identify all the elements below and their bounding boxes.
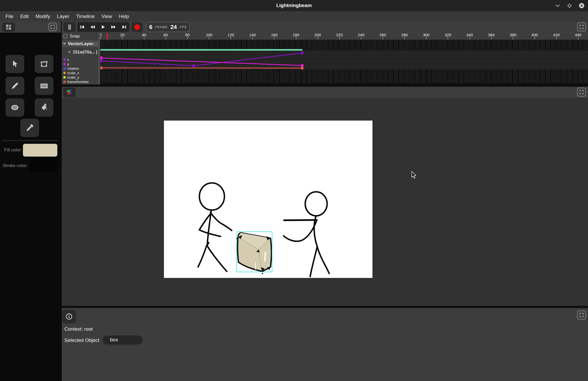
ruler-number: 220: [332, 33, 347, 37]
property-row-rotation[interactable]: rotation: [62, 66, 98, 71]
ruler-mark: [274, 37, 274, 39]
timeline-splitter[interactable]: [98, 33, 100, 85]
timeline-expand-button[interactable]: [577, 22, 586, 31]
close-circle-icon: [579, 3, 584, 8]
menu-item-file[interactable]: File: [2, 11, 17, 21]
info-button[interactable]: [62, 310, 76, 323]
selected-object-input[interactable]: box: [103, 336, 142, 344]
fast-forward-icon: [111, 24, 116, 30]
menu-item-edit[interactable]: Edit: [17, 11, 32, 21]
property-color-dot: [63, 67, 66, 70]
ruler-mark: [209, 37, 209, 39]
fast-forward-button[interactable]: [108, 22, 119, 32]
ruler-tick-200: 200: [310, 33, 326, 39]
menu-item-layer[interactable]: Layer: [53, 11, 73, 21]
ruler-number: 140: [245, 33, 260, 37]
inspector-expand-button[interactable]: [577, 311, 586, 319]
fill-color-swatch[interactable]: [23, 144, 57, 157]
canvas-expand-button[interactable]: [577, 88, 586, 97]
ruler-tick-420: 420: [549, 33, 564, 39]
menu-item-help[interactable]: Help: [115, 11, 132, 21]
property-color-dot: [63, 81, 66, 83]
keyframe-y-0[interactable]: [100, 57, 102, 59]
film-icon: [66, 24, 73, 30]
skip-end-button[interactable]: [119, 22, 129, 32]
transform-tool-button[interactable]: [35, 55, 53, 73]
keyframe-x-86[interactable]: [192, 64, 195, 68]
rewind-button[interactable]: [88, 22, 98, 32]
record-button[interactable]: [132, 22, 142, 32]
ruler-number: 440: [570, 33, 586, 37]
stroke-color-label: Stroke color:: [3, 163, 27, 168]
playhead[interactable]: [105, 33, 109, 41]
maximize-button[interactable]: [567, 3, 572, 9]
keyframe-frameNumber-186[interactable]: [301, 67, 304, 70]
fps-unit-label: FPS: [180, 25, 187, 29]
curve-y[interactable]: [100, 58, 302, 66]
menu-item-view[interactable]: View: [98, 11, 115, 21]
property-row-y[interactable]: y: [62, 62, 98, 66]
keyframe-x-186[interactable]: [301, 51, 304, 55]
rectangle-icon: [40, 81, 48, 90]
curve-frameNumber[interactable]: [100, 68, 302, 68]
play-button[interactable]: [98, 22, 108, 32]
panel-grid-button[interactable]: [2, 22, 15, 32]
chevron-down-icon: [555, 4, 560, 7]
paint-bucket-tool-button[interactable]: [35, 98, 53, 117]
ruler-mark: [231, 37, 231, 39]
timeline-ruler[interactable]: 0204060801001201401601802002202402602803…: [100, 33, 588, 40]
clip-name: 151ad70a...: [73, 50, 95, 55]
chevron-down-icon[interactable]: [68, 51, 71, 53]
snap-checkbox[interactable]: [63, 34, 68, 38]
skip-start-button[interactable]: [77, 22, 88, 32]
property-row-scale_y[interactable]: scale_y: [62, 75, 98, 80]
fps-value: 24: [170, 24, 177, 31]
property-row-x[interactable]: x: [62, 57, 98, 62]
rectangle-tool-button[interactable]: [35, 77, 53, 95]
ellipse-tool-button[interactable]: [5, 98, 24, 117]
clip-row[interactable]: 151ad70a... ~: [62, 48, 98, 56]
ruler-mark: [383, 37, 383, 39]
film-strip-button[interactable]: [63, 22, 76, 32]
property-name: scale_x: [67, 71, 79, 75]
ruler-tick-120: 120: [223, 33, 239, 39]
menu-item-modify[interactable]: Modify: [32, 11, 53, 21]
grid-icon: [5, 24, 12, 31]
eyedropper-icon: [25, 123, 34, 132]
expand-icon: [579, 312, 584, 318]
property-row-scale_x[interactable]: scale_x: [62, 71, 98, 75]
pencil-tool-button[interactable]: [5, 77, 24, 95]
stick-figure-left: [198, 183, 232, 271]
selected-object-value: box: [110, 337, 118, 343]
keyframe-x-0[interactable]: [100, 59, 102, 62]
drawing-canvas[interactable]: [164, 121, 372, 278]
mouse-cursor: [411, 171, 418, 179]
menu-item-timeline[interactable]: Timeline: [73, 11, 98, 21]
play-icon: [100, 24, 106, 30]
animation-curves[interactable]: [100, 40, 588, 85]
ruler-number: 100: [201, 33, 217, 37]
eyedropper-tool-button[interactable]: [20, 119, 39, 137]
ellipse-icon: [10, 103, 19, 112]
timeline-tracks[interactable]: [100, 40, 588, 85]
ruler-mark: [469, 37, 470, 39]
ruler-tick-280: 280: [397, 33, 412, 39]
keyframe-frameNumber-0[interactable]: [100, 67, 102, 69]
ruler-mark: [296, 37, 296, 39]
stroke-color-swatch[interactable]: [30, 159, 57, 172]
tools-expand-button[interactable]: [48, 23, 57, 31]
ruler-mark: [404, 37, 405, 39]
layer-row[interactable]: VectorLayer [L]: [62, 40, 98, 48]
ruler-tick-360: 360: [483, 33, 499, 39]
close-button[interactable]: [579, 3, 584, 9]
minimize-button[interactable]: [555, 3, 560, 9]
property-list: xyrotationscale_xscale_yframeNumber: [62, 57, 98, 84]
canvas-logo-button[interactable]: [63, 87, 76, 97]
selected-object-label: Selected Object: [64, 337, 99, 343]
property-row-frameNumber[interactable]: frameNumber: [62, 80, 98, 84]
clip-swatch-button[interactable]: [96, 50, 97, 55]
select-tool-button[interactable]: [5, 55, 24, 73]
chevron-down-icon[interactable]: [63, 43, 66, 45]
property-color-dot: [63, 58, 66, 61]
lightningbeam-logo-icon: [66, 89, 73, 96]
